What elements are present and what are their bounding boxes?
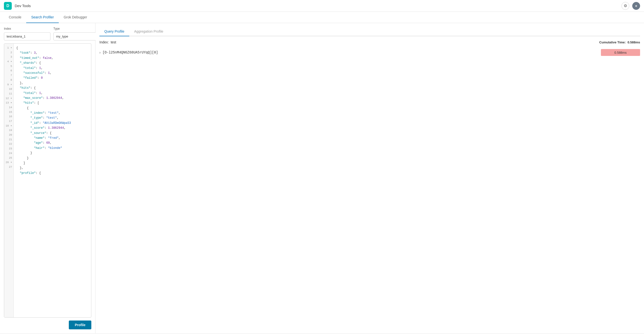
type-label: Type <box>54 27 100 30</box>
tab-search-profiler[interactable]: Search Profiler <box>26 12 59 23</box>
top-bar-right: ⚙ e <box>622 2 640 10</box>
index-label: Index <box>4 27 50 30</box>
left-panel: Index Type 1 ▾234 ▾56789 ▾101112 ▾13 ▾14… <box>0 23 96 333</box>
type-input[interactable] <box>54 32 100 41</box>
cumulative-time-value: 0.588ms <box>628 41 640 44</box>
profile-button[interactable]: Profile <box>69 320 91 329</box>
index-keyword: Index: <box>100 40 109 44</box>
tab-query-profile[interactable]: Query Profile <box>100 27 129 36</box>
avatar[interactable]: e <box>632 2 640 10</box>
time-bar-container: 0.588ms <box>601 49 640 56</box>
top-bar-left: D Dev Tools <box>4 2 31 10</box>
index-row: Index: test Cumulative Time: 0.588ms <box>100 40 640 44</box>
chevron-right-icon[interactable]: › <box>100 51 101 54</box>
tab-aggregation-profile[interactable]: Aggregation Profile <box>129 27 168 36</box>
index-result-label: Index: test <box>100 40 116 44</box>
right-panel: Query Profile Aggregation Profile Index:… <box>96 23 644 333</box>
index-field-group: Index <box>4 27 50 41</box>
index-value: test <box>111 40 116 44</box>
type-field-group: Type <box>54 27 100 41</box>
main-content: Index Type 1 ▾234 ▾56789 ▾101112 ▾13 ▾14… <box>0 23 644 333</box>
settings-button[interactable]: ⚙ <box>622 2 629 10</box>
shard-row: › [O-l25nM4QN6Z68UA5rUYqQ][0] 0.588ms <box>100 47 640 58</box>
code-editor[interactable]: 1 ▾234 ▾56789 ▾101112 ▾13 ▾1415161718 ▾1… <box>4 43 91 317</box>
top-bar: D Dev Tools ⚙ e <box>0 0 644 12</box>
cumulative-time-label: Cumulative Time: <box>599 41 626 44</box>
cumulative-time: Cumulative Time: 0.588ms <box>599 41 640 44</box>
shard-time-bar: 0.588ms <box>601 49 640 56</box>
code-content: 1 ▾234 ▾56789 ▾101112 ▾13 ▾1415161718 ▾1… <box>4 44 91 317</box>
shard-left: › [O-l25nM4QN6Z68UA5rUYqQ][0] <box>100 51 158 54</box>
line-numbers: 1 ▾234 ▾56789 ▾101112 ▾13 ▾1415161718 ▾1… <box>4 44 14 317</box>
tab-console[interactable]: Console <box>4 12 26 23</box>
app-icon: D <box>4 2 12 10</box>
inner-tab-bar: Query Profile Aggregation Profile <box>100 27 640 36</box>
shard-id: [O-l25nM4QN6Z68UA5rUYqQ][0] <box>102 51 158 54</box>
tab-bar: Console Search Profiler Grok Debugger <box>0 12 644 23</box>
tab-grok-debugger[interactable]: Grok Debugger <box>59 12 92 23</box>
profile-btn-row: Profile <box>4 317 91 329</box>
index-input[interactable] <box>4 32 50 41</box>
fields-row: Index Type <box>4 27 91 41</box>
app-title: Dev Tools <box>15 4 31 8</box>
code-lines[interactable]: { "took": 3, "timed_out": false, "_shard… <box>14 44 91 317</box>
